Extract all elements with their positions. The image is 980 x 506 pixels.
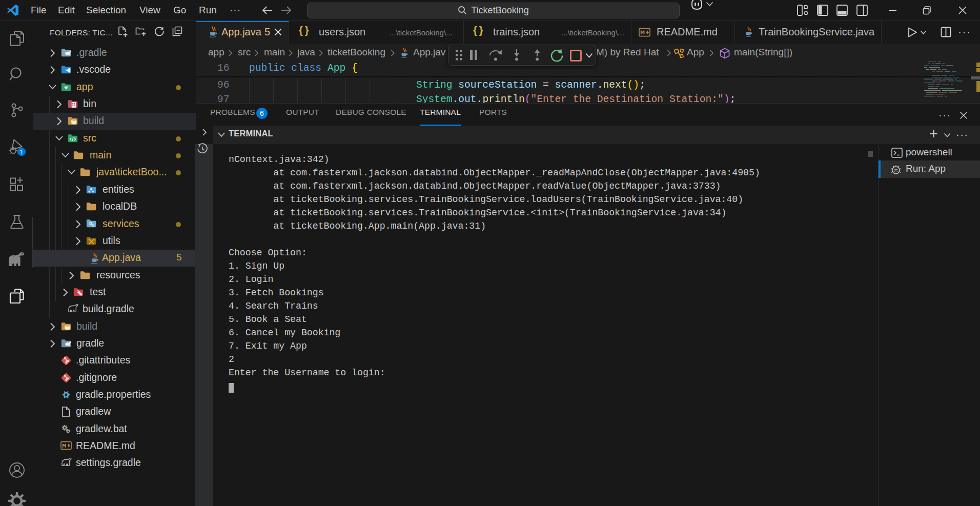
svg-text:1: 1: [19, 149, 23, 156]
